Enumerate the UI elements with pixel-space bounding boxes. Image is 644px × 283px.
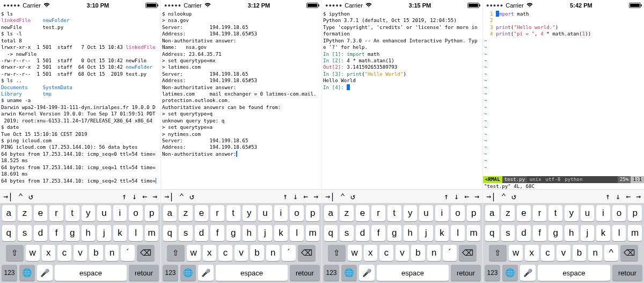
key-a[interactable]: a: [324, 205, 338, 221]
arrow-left-button[interactable]: ←: [626, 192, 631, 201]
key-u[interactable]: u: [97, 205, 111, 221]
key-c[interactable]: c: [57, 245, 71, 261]
key-o[interactable]: o: [612, 205, 626, 221]
key-i[interactable]: i: [113, 205, 127, 221]
key-k[interactable]: k: [274, 225, 288, 241]
key-y[interactable]: y: [404, 205, 418, 221]
key-l[interactable]: l: [612, 225, 626, 241]
key-v[interactable]: v: [557, 245, 570, 261]
arrow-up-button[interactable]: ↑: [122, 192, 127, 201]
key-j[interactable]: j: [97, 225, 111, 241]
key-e[interactable]: e: [195, 205, 209, 221]
key-b[interactable]: b: [411, 245, 425, 261]
key-a[interactable]: a: [163, 205, 177, 221]
key-shift[interactable]: ⇧: [489, 245, 507, 261]
key-123[interactable]: 123: [485, 265, 500, 281]
key-i[interactable]: i: [596, 205, 610, 221]
key-x[interactable]: x: [203, 245, 217, 261]
key-t[interactable]: t: [226, 205, 240, 221]
key-z[interactable]: z: [340, 205, 354, 221]
key-space[interactable]: espace: [55, 265, 127, 281]
key-mic[interactable]: 🎤: [520, 265, 536, 281]
key-d[interactable]: d: [34, 225, 48, 241]
key-backspace[interactable]: ⌫: [137, 245, 155, 261]
key-return[interactable]: retour: [451, 265, 481, 281]
arrow-down-button[interactable]: ↓: [454, 192, 459, 201]
key-h[interactable]: h: [82, 225, 96, 241]
key-globe[interactable]: 🌐: [180, 265, 196, 281]
key-r[interactable]: r: [371, 205, 385, 221]
history-button[interactable]: ↺: [350, 192, 355, 201]
key-m[interactable]: m: [306, 225, 320, 241]
key-m[interactable]: m: [628, 225, 642, 241]
arrow-right-button[interactable]: →: [313, 192, 318, 201]
key-return[interactable]: retour: [290, 265, 320, 281]
key-p[interactable]: p: [628, 205, 642, 221]
key-w[interactable]: w: [187, 245, 201, 261]
key-h[interactable]: h: [243, 225, 257, 241]
arrow-up-button[interactable]: ↑: [283, 192, 288, 201]
key-t[interactable]: t: [548, 205, 562, 221]
key-t[interactable]: t: [65, 205, 79, 221]
key-r[interactable]: r: [210, 205, 224, 221]
key-´[interactable]: ´: [443, 245, 457, 261]
ctrl-key-button[interactable]: ⌃: [501, 192, 506, 201]
terminal-output[interactable]: 1 mport math 2 3 print("Hello world.") 4…: [483, 11, 644, 176]
tab-key-button[interactable]: →|: [164, 192, 174, 201]
key-o[interactable]: o: [290, 205, 304, 221]
key-f[interactable]: f: [49, 225, 63, 241]
tab-key-button[interactable]: →|: [486, 192, 496, 201]
key-space[interactable]: espace: [538, 265, 610, 281]
key-z[interactable]: z: [179, 205, 193, 221]
key-c[interactable]: c: [541, 245, 555, 261]
key-j[interactable]: j: [581, 225, 595, 241]
tab-key-button[interactable]: →|: [325, 192, 335, 201]
key-i[interactable]: i: [435, 205, 449, 221]
key-h[interactable]: h: [404, 225, 418, 241]
key-s[interactable]: s: [501, 225, 515, 241]
arrow-right-button[interactable]: →: [152, 192, 157, 201]
key-p[interactable]: p: [145, 205, 159, 221]
key-j[interactable]: j: [419, 225, 433, 241]
key-j[interactable]: j: [258, 225, 272, 241]
key-c[interactable]: c: [218, 245, 232, 261]
key-´[interactable]: ´: [282, 245, 296, 261]
key-k[interactable]: k: [113, 225, 127, 241]
key-space[interactable]: espace: [377, 265, 449, 281]
key-w[interactable]: w: [509, 245, 523, 261]
key-globe[interactable]: 🌐: [19, 265, 35, 281]
key-globe[interactable]: 🌐: [502, 265, 518, 281]
key-r[interactable]: r: [49, 205, 63, 221]
key-e[interactable]: e: [517, 205, 531, 221]
key-b[interactable]: b: [250, 245, 264, 261]
arrow-up-button[interactable]: ↑: [444, 192, 449, 201]
key-x[interactable]: x: [525, 245, 539, 261]
key-p[interactable]: p: [306, 205, 320, 221]
tab-key-button[interactable]: →|: [3, 192, 13, 201]
key-backspace[interactable]: ⌫: [459, 245, 477, 261]
key-u[interactable]: u: [258, 205, 272, 221]
arrow-right-button[interactable]: →: [636, 192, 641, 201]
arrow-up-button[interactable]: ↑: [605, 192, 610, 201]
ctrl-key-button[interactable]: ⌃: [18, 192, 23, 201]
arrow-left-button[interactable]: ←: [303, 192, 308, 201]
key-q[interactable]: q: [324, 225, 338, 241]
key-u[interactable]: u: [581, 205, 595, 221]
key-k[interactable]: k: [596, 225, 610, 241]
key-a[interactable]: a: [2, 205, 16, 221]
key-globe[interactable]: 🌐: [341, 265, 357, 281]
key-x[interactable]: x: [42, 245, 56, 261]
key-g[interactable]: g: [548, 225, 562, 241]
key-g[interactable]: g: [387, 225, 401, 241]
key-v[interactable]: v: [74, 245, 87, 261]
key-q[interactable]: q: [2, 225, 16, 241]
key-y[interactable]: y: [565, 205, 579, 221]
key-backspace[interactable]: ⌫: [298, 245, 316, 261]
arrow-down-button[interactable]: ↓: [293, 192, 298, 201]
arrow-left-button[interactable]: ←: [142, 192, 147, 201]
key-y[interactable]: y: [82, 205, 96, 221]
key-l[interactable]: l: [290, 225, 304, 241]
ctrl-key-button[interactable]: ⌃: [340, 192, 345, 201]
key-s[interactable]: s: [179, 225, 193, 241]
history-button[interactable]: ↺: [28, 192, 33, 201]
